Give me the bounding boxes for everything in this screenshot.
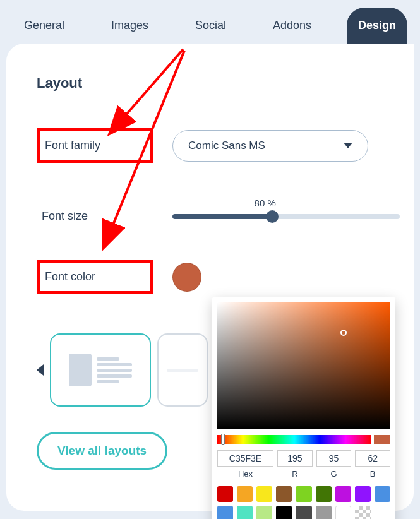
preset-swatch[interactable] xyxy=(256,506,272,519)
preset-swatch[interactable] xyxy=(237,486,253,502)
b-label: B xyxy=(355,469,390,479)
preset-swatch[interactable] xyxy=(355,506,371,519)
label-font-size: Font size xyxy=(37,202,153,230)
tab-design[interactable]: Design xyxy=(347,8,407,44)
slider-thumb[interactable] xyxy=(266,210,279,223)
preset-swatch[interactable] xyxy=(335,486,351,502)
preset-swatches xyxy=(217,486,390,519)
font-color-swatch[interactable] xyxy=(172,263,201,292)
hue-slider[interactable] xyxy=(217,435,371,444)
font-family-value: Comic Sans MS xyxy=(188,140,265,152)
design-panel: Layout Font family Comic Sans MS Font si… xyxy=(6,44,414,511)
chevron-down-icon xyxy=(344,143,352,148)
tab-images[interactable]: Images xyxy=(100,8,160,44)
r-label: R xyxy=(277,469,313,479)
font-family-dropdown[interactable]: Comic Sans MS xyxy=(172,130,368,162)
preset-swatch[interactable] xyxy=(276,486,292,502)
tab-social[interactable]: Social xyxy=(184,8,237,44)
font-size-slider[interactable]: 80 % xyxy=(172,214,400,219)
preset-swatch[interactable] xyxy=(316,506,332,519)
preset-swatch[interactable] xyxy=(296,486,311,502)
hex-label: Hex xyxy=(217,469,273,479)
layout-card[interactable] xyxy=(157,333,208,407)
tab-general[interactable]: General xyxy=(13,8,76,44)
preset-swatch[interactable] xyxy=(237,506,253,519)
preset-swatch[interactable] xyxy=(296,506,311,519)
preset-swatch[interactable] xyxy=(256,486,272,502)
preset-swatch[interactable] xyxy=(375,486,390,502)
preset-swatch[interactable] xyxy=(217,486,233,502)
tab-addons[interactable]: Addons xyxy=(261,8,323,44)
tabs-bar: General Images Social Addons Design xyxy=(0,0,420,44)
hue-thumb[interactable] xyxy=(221,434,225,445)
section-title: Layout xyxy=(37,75,383,92)
r-input[interactable] xyxy=(277,450,313,467)
preset-swatch[interactable] xyxy=(217,506,233,519)
preset-swatch[interactable] xyxy=(276,506,292,519)
preset-swatch[interactable] xyxy=(335,506,351,519)
color-preview xyxy=(374,435,390,444)
color-picker: Hex R G B xyxy=(212,297,395,519)
label-font-color: Font color xyxy=(37,260,153,294)
font-size-value: 80 % xyxy=(255,198,276,208)
b-input[interactable] xyxy=(355,450,390,467)
g-label: G xyxy=(316,469,352,479)
saturation-brightness-area[interactable] xyxy=(217,302,390,429)
saturation-cursor[interactable] xyxy=(340,330,347,336)
label-font-family: Font family xyxy=(37,128,153,163)
g-input[interactable] xyxy=(316,450,352,467)
carousel-prev-icon[interactable] xyxy=(37,364,44,376)
view-all-layouts-button[interactable]: View all layouts xyxy=(37,432,167,470)
preset-swatch[interactable] xyxy=(355,486,371,502)
preset-swatch[interactable] xyxy=(316,486,332,502)
hex-input[interactable] xyxy=(217,450,273,467)
layout-card[interactable] xyxy=(50,333,151,407)
